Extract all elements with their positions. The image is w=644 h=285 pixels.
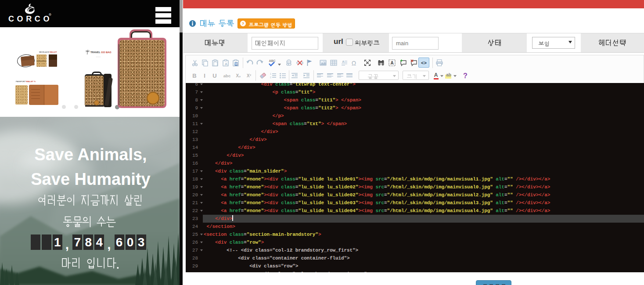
svg-text:2: 2	[270, 76, 271, 79]
svg-text:A: A	[390, 61, 393, 65]
svg-text:1: 1	[270, 72, 271, 75]
svg-text:A: A	[342, 60, 345, 64]
svg-text:?: ?	[242, 21, 245, 26]
svg-text:A: A	[225, 62, 228, 66]
svg-text:W: W	[235, 62, 238, 65]
